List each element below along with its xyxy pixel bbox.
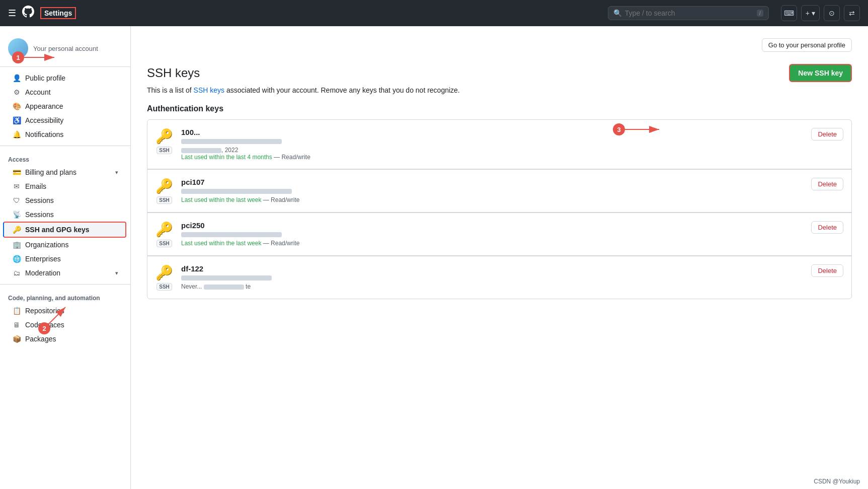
sidebar-item-label: Account <box>25 88 118 96</box>
ssh-key-name: df-122 <box>181 264 803 273</box>
ssh-key-card: 🔑 SSH 100... , 2022 Last used within the… <box>147 119 852 169</box>
search-kbd: / <box>757 10 763 17</box>
sidebar-item-moderation[interactable]: 🗂 Moderation ▾ <box>4 266 126 280</box>
delete-key-button[interactable]: Delete <box>811 128 843 141</box>
moderation-icon: 🗂 <box>12 269 21 277</box>
ssh-card-actions: Delete <box>811 128 843 141</box>
page-layout: Your personal account 👤 Public profile ⚙… <box>0 26 868 489</box>
ssh-link[interactable]: SSH keys <box>194 86 224 94</box>
sidebar-item-appearance[interactable]: 🎨 Appearance <box>4 99 126 113</box>
sidebar-item-ssh-gpg[interactable]: 🔑 SSH and GPG keys <box>3 222 126 238</box>
sidebar-item-accessibility[interactable]: ♿ Accessibility <box>4 113 126 127</box>
key-icon: 🔑 <box>155 221 173 238</box>
shield-icon: 🛡 <box>12 196 21 204</box>
ssh-card-actions: Delete <box>811 221 843 234</box>
new-ssh-key-button[interactable]: New SSH key <box>789 64 852 82</box>
sidebar-item-label: Repositories <box>25 307 118 315</box>
ssh-key-card: 🔑 SSH df-122 Never... te <box>147 256 852 299</box>
page-title-row: SSH keys New SSH key <box>147 64 852 82</box>
ssh-badge: SSH <box>156 283 172 291</box>
key-icon: 🔑 <box>155 128 173 145</box>
email-icon: ✉ <box>12 182 21 190</box>
watermark: CSDN @Youkiup <box>814 478 860 485</box>
sidebar-item-organizations[interactable]: 🏢 Organizations <box>4 238 126 252</box>
sidebar-item-label: Notifications <box>25 130 118 138</box>
hamburger-button[interactable]: ☰ <box>8 8 16 19</box>
sidebar-item-label: Organizations <box>25 241 118 249</box>
sidebar-item-packages[interactable]: 📦 Packages <box>4 332 126 346</box>
sidebar-item-sessions[interactable]: 📡 Sessions <box>4 207 126 222</box>
delete-key-button[interactable]: Delete <box>811 178 843 190</box>
sidebar-section-code: Code, planning, and automation <box>0 289 130 304</box>
last-used-text: Last used within the last 4 months <box>181 154 272 161</box>
ssh-card-body: 100... , 2022 Last used within the last … <box>181 128 803 161</box>
ssh-keys-list: 🔑 SSH 100... , 2022 Last used within the… <box>147 119 852 299</box>
terminal-button[interactable]: ⌨ <box>781 5 797 21</box>
sidebar-item-enterprises[interactable]: 🌐 Enterprises <box>4 252 126 266</box>
sidebar-item-label: SSH and GPG keys <box>25 226 117 234</box>
sidebar-item-repositories[interactable]: 📋 Repositories <box>4 304 126 318</box>
chevron-down-icon: ▾ <box>812 9 815 17</box>
search-bar[interactable]: 🔍 / <box>608 6 769 20</box>
ssh-key-meta: Last used within the last week — Read/wr… <box>181 196 803 203</box>
search-input[interactable] <box>625 9 754 17</box>
sidebar-item-billing[interactable]: 💳 Billing and plans ▾ <box>4 165 126 179</box>
last-used-text: Last used within the last week <box>181 196 261 203</box>
palette-icon: 🎨 <box>12 102 21 110</box>
ssh-key-meta: , 2022 Last used within the last 4 month… <box>181 147 803 161</box>
key-icon-wrap: 🔑 SSH <box>155 178 173 204</box>
sidebar-item-label: Enterprises <box>25 255 118 263</box>
sidebar-item-codespaces[interactable]: 🖥 Codespaces <box>4 318 126 332</box>
sidebar-item-password-auth[interactable]: 🛡 Sessions <box>4 193 126 207</box>
sidebar-item-notifications[interactable]: 🔔 Notifications <box>4 127 126 142</box>
sidebar-item-label: Appearance <box>25 102 118 110</box>
sidebar-item-public-profile[interactable]: 👤 Public profile <box>4 71 126 85</box>
packages-icon: 📦 <box>12 335 21 343</box>
codespaces-icon: 🖥 <box>12 321 21 329</box>
settings-title: Settings <box>40 7 76 19</box>
topnav-actions: ⌨ + ▾ ⊙ ⇄ <box>781 5 860 21</box>
sidebar-group-access: 💳 Billing and plans ▾ ✉ Emails 🛡 Session… <box>0 165 130 280</box>
plus-icon: + <box>806 9 810 17</box>
create-button[interactable]: + ▾ <box>801 5 820 21</box>
sidebar-item-account[interactable]: ⚙ Account <box>4 85 126 99</box>
key-icon: 🔑 <box>12 226 21 234</box>
ssh-key-meta: Last used within the last week — Read/wr… <box>181 240 803 247</box>
billing-icon: 💳 <box>12 168 21 176</box>
sidebar-item-label: Sessions <box>25 196 118 204</box>
ssh-badge: SSH <box>156 240 172 247</box>
enterprise-icon: 🌐 <box>12 255 21 263</box>
sidebar-group-code: 📋 Repositories 🖥 Codespaces 📦 Packages <box>0 304 130 346</box>
ssh-key-name: pci250 <box>181 221 803 230</box>
issues-button[interactable]: ⊙ <box>824 5 840 21</box>
pullrequest-button[interactable]: ⇄ <box>844 5 860 21</box>
settings-sidebar: Your personal account 👤 Public profile ⚙… <box>0 26 131 489</box>
ssh-badge: SSH <box>156 196 172 204</box>
search-icon: 🔍 <box>613 9 622 17</box>
sidebar-divider <box>0 146 130 146</box>
accessibility-icon: ♿ <box>12 116 21 124</box>
page-title: SSH keys <box>147 66 200 80</box>
org-icon: 🏢 <box>12 241 21 249</box>
sidebar-item-emails[interactable]: ✉ Emails <box>4 179 126 193</box>
sidebar-item-label: Packages <box>25 335 118 343</box>
personal-profile-button[interactable]: Go to your personal profile <box>762 38 852 52</box>
ssh-card-actions: Delete <box>811 178 843 190</box>
user-icon: 👤 <box>12 74 21 82</box>
delete-key-button[interactable]: Delete <box>811 221 843 234</box>
key-icon-wrap: 🔑 SSH <box>155 128 173 154</box>
github-logo-icon <box>22 5 34 21</box>
main-header: Go to your personal profile <box>147 38 852 52</box>
sessions-icon: 📡 <box>12 211 21 219</box>
delete-key-button[interactable]: Delete <box>811 264 843 277</box>
last-used-text: Last used within the last week <box>181 240 261 247</box>
ssh-key-fingerprint <box>181 187 803 194</box>
main-content: Go to your personal profile SSH keys New… <box>131 26 868 489</box>
avatar <box>8 38 28 58</box>
top-navigation: ☰ Settings 🔍 / ⌨ + ▾ ⊙ ⇄ <box>0 0 868 26</box>
key-icon: 🔑 <box>155 178 173 194</box>
sidebar-item-label: Emails <box>25 182 118 190</box>
profile-section: Your personal account <box>0 34 130 67</box>
sidebar-section-access: Access <box>0 150 130 165</box>
ssh-key-name: 100... <box>181 128 803 136</box>
